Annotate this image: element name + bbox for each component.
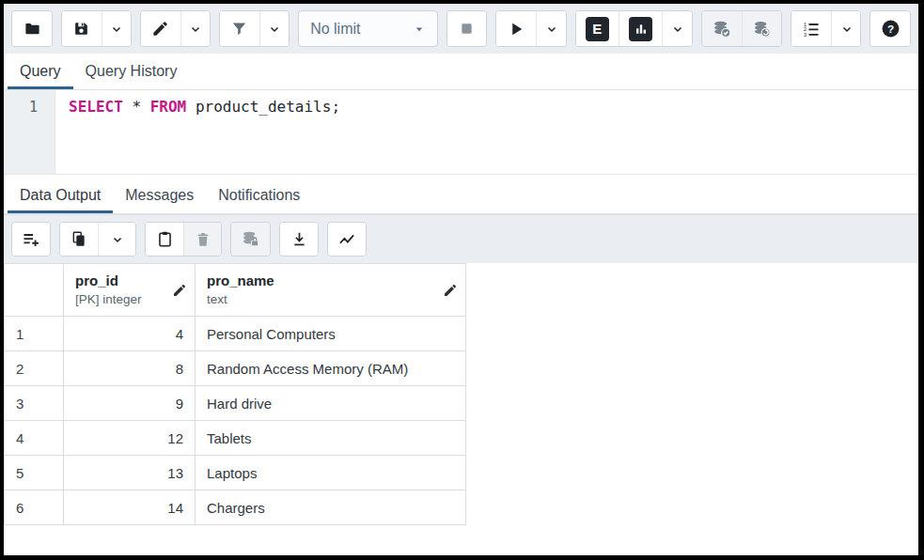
add-row-group bbox=[11, 222, 51, 257]
execute-button[interactable] bbox=[496, 11, 536, 46]
save-menu-button[interactable] bbox=[102, 11, 132, 46]
pro-name-cell[interactable]: Random Access Memory (RAM) bbox=[196, 351, 466, 386]
results-table: pro_id [PK] integer pro_name text bbox=[4, 263, 466, 525]
tab-messages[interactable]: Messages bbox=[113, 179, 206, 213]
column-name: pro_name bbox=[207, 272, 274, 290]
explain-icon: E bbox=[586, 17, 609, 41]
stop-button[interactable] bbox=[447, 11, 487, 46]
paste-group bbox=[145, 222, 222, 257]
svg-text:3: 3 bbox=[804, 31, 807, 37]
save-group bbox=[61, 10, 132, 47]
table-row: 5 13 Laptops bbox=[5, 456, 466, 490]
pro-name-cell[interactable]: Hard drive bbox=[196, 386, 466, 421]
commit-button[interactable] bbox=[702, 11, 742, 46]
main-toolbar: No limit E bbox=[4, 4, 918, 54]
row-limit-value: No limit bbox=[310, 21, 360, 38]
row-number-cell[interactable]: 2 bbox=[5, 351, 64, 386]
commit-icon bbox=[712, 19, 732, 39]
paste-button[interactable] bbox=[146, 223, 183, 256]
sql-editor[interactable]: 1 SELECT * FROM product_details; bbox=[4, 90, 918, 175]
pro-id-cell[interactable]: 9 bbox=[64, 386, 196, 421]
row-number-header[interactable] bbox=[5, 264, 64, 317]
editor-gutter: 1 bbox=[4, 90, 55, 174]
copy-group bbox=[59, 222, 136, 257]
header-row: pro_id [PK] integer pro_name text bbox=[5, 264, 466, 317]
pro-id-cell[interactable]: 8 bbox=[64, 351, 196, 386]
pro-name-cell[interactable]: Laptops bbox=[196, 456, 466, 490]
macros-button[interactable]: 1 2 3 bbox=[791, 11, 831, 46]
execute-icon bbox=[507, 20, 525, 39]
pro-name-cell[interactable]: Tablets bbox=[196, 421, 466, 456]
tab-data-output[interactable]: Data Output bbox=[8, 179, 113, 213]
execute-menu-chevron-icon bbox=[545, 23, 558, 36]
filter-button[interactable] bbox=[220, 11, 259, 46]
stop-group bbox=[446, 10, 488, 47]
pro-name-cell[interactable]: Chargers bbox=[196, 490, 466, 525]
rollback-button[interactable] bbox=[742, 11, 781, 46]
row-number-cell[interactable]: 1 bbox=[5, 317, 64, 351]
save-data-group bbox=[230, 222, 271, 257]
download-button[interactable] bbox=[280, 223, 318, 256]
tab-notifications[interactable]: Notifications bbox=[206, 179, 312, 213]
save-data-button[interactable] bbox=[231, 223, 270, 256]
graph-visualiser-button[interactable] bbox=[328, 223, 366, 256]
add-row-button[interactable] bbox=[12, 223, 50, 256]
filter-group bbox=[219, 10, 290, 47]
rollback-icon bbox=[752, 19, 772, 39]
row-number-cell[interactable]: 6 bbox=[5, 490, 64, 525]
line-number: 1 bbox=[4, 99, 38, 116]
output-tabbar: Data Output Messages Notifications bbox=[4, 175, 918, 214]
row-number-cell[interactable]: 4 bbox=[5, 421, 64, 456]
filter-menu-button[interactable] bbox=[259, 11, 290, 46]
table-row: 2 8 Random Access Memory (RAM) bbox=[5, 351, 466, 386]
pro-name-cell[interactable]: Personal Computers bbox=[196, 317, 466, 351]
macros-menu-chevron-icon bbox=[840, 23, 854, 36]
pro-id-cell[interactable]: 12 bbox=[64, 421, 196, 456]
edit-group bbox=[140, 10, 211, 47]
save-button[interactable] bbox=[62, 11, 102, 46]
row-limit-select[interactable]: No limit bbox=[298, 10, 438, 47]
edit-button[interactable] bbox=[141, 11, 180, 46]
edit-menu-button[interactable] bbox=[180, 11, 211, 46]
pro-id-cell[interactable]: 14 bbox=[64, 490, 196, 525]
tab-query-history[interactable]: Query History bbox=[73, 55, 190, 89]
copy-menu-button[interactable] bbox=[98, 223, 135, 256]
tab-query[interactable]: Query bbox=[8, 55, 73, 89]
explain-menu-chevron-icon bbox=[671, 23, 684, 36]
delete-row-button[interactable] bbox=[183, 223, 221, 256]
help-icon: ? bbox=[881, 19, 901, 39]
column-header-pro-name[interactable]: pro_name text bbox=[196, 264, 466, 317]
edit-column-icon[interactable] bbox=[172, 283, 187, 298]
sql-keyword-select: SELECT bbox=[69, 98, 123, 116]
download-icon bbox=[290, 230, 308, 248]
save-icon bbox=[72, 20, 90, 38]
data-output-grid: pro_id [PK] integer pro_name text bbox=[4, 263, 918, 555]
open-file-button[interactable] bbox=[12, 11, 52, 46]
explain-analyze-button[interactable] bbox=[619, 11, 662, 46]
row-number-cell[interactable]: 5 bbox=[5, 456, 64, 490]
help-group: ? bbox=[869, 10, 911, 47]
help-button[interactable]: ? bbox=[870, 11, 910, 46]
sql-keyword-from: FROM bbox=[150, 98, 187, 116]
execute-group bbox=[495, 10, 566, 47]
edit-column-icon[interactable] bbox=[443, 283, 458, 298]
explain-menu-button[interactable] bbox=[662, 11, 692, 46]
row-number-cell[interactable]: 3 bbox=[5, 386, 64, 421]
save-menu-chevron-icon bbox=[110, 23, 123, 36]
column-header-pro-id[interactable]: pro_id [PK] integer bbox=[64, 264, 196, 317]
pro-id-cell[interactable]: 4 bbox=[64, 317, 196, 351]
add-row-icon bbox=[22, 230, 40, 249]
copy-button[interactable] bbox=[60, 223, 98, 256]
column-name: pro_id bbox=[75, 272, 142, 290]
explain-button[interactable]: E bbox=[576, 11, 619, 46]
execute-menu-button[interactable] bbox=[536, 11, 566, 46]
svg-text:?: ? bbox=[887, 23, 894, 36]
limit-caret-icon bbox=[413, 23, 426, 36]
query-tool-window: No limit E bbox=[0, 0, 924, 560]
sql-code-line[interactable]: SELECT * FROM product_details; bbox=[55, 90, 918, 174]
macros-menu-button[interactable] bbox=[831, 11, 861, 46]
column-type: text bbox=[207, 291, 274, 308]
table-row: 3 9 Hard drive bbox=[5, 386, 466, 421]
copy-menu-chevron-icon bbox=[111, 233, 124, 246]
pro-id-cell[interactable]: 13 bbox=[64, 456, 196, 490]
